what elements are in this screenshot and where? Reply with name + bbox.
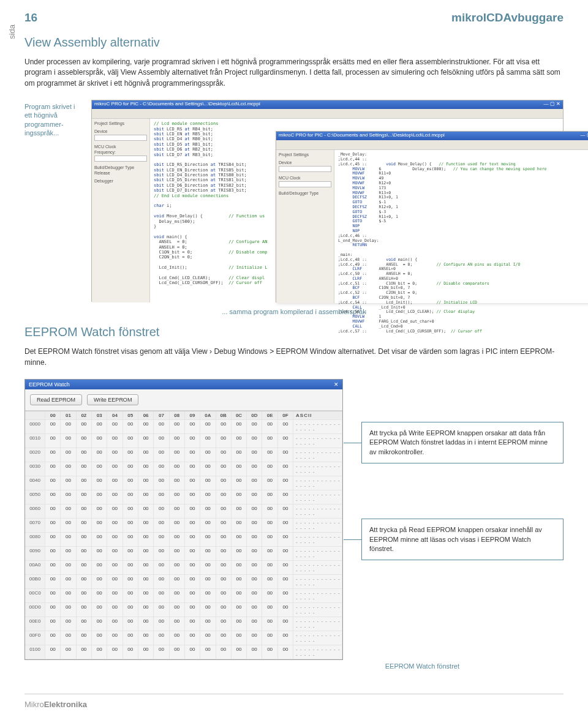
section1-title: View Assembly alternativ [24,36,564,50]
sb-build: Build/Debugger Type [94,165,147,170]
sb-rel: Release [94,171,147,175]
read-eeprom-button[interactable]: Read EEPROM [30,394,82,405]
footer-divider [24,694,564,694]
win1-toolbar [92,109,563,119]
eeprom-title: EEPROM Watch [29,381,70,388]
write-eeprom-button[interactable]: Write EEPROM [87,394,138,405]
page-number: 16 [24,11,37,24]
callout-read: Att trycka på Read EEPROM knappen orsaka… [361,519,564,560]
win2-close-icons: — ▢ ✕ [581,132,588,140]
page-header-title: mikroICDAvbuggare [451,11,564,24]
side-page-label: sida [7,24,17,39]
footer-b1: Mikro [24,700,44,709]
win2-titlebar: mikroC PRO for PIC - C:\Documents and Se… [276,132,588,140]
win2-title: mikroC PRO for PIC - C:\Documents and Se… [279,132,445,140]
win1-titlebar: mikroC PRO for PIC - C:\Documents and Se… [92,100,563,109]
eeprom-titlebar: EEPROM Watch ✕ [25,380,342,389]
sb2-clock: MCU Clock [279,176,331,180]
win1-sidebar: Project Settings Device MCU ClockFrequen… [92,119,150,302]
eeprom-window: EEPROM Watch ✕ Read EEPROM Write EEPROM … [24,379,343,660]
win2-toolbar [276,140,588,150]
eeprom-caption: EEPROM Watch fönstret [24,662,564,670]
section1-body: Under processen av kompilering, varje pr… [24,57,564,89]
sb-device: Device [94,129,147,133]
eeprom-grid: 000102030405060708090A0B0C0D0E0FASCII000… [25,411,342,659]
eeprom-row: EEPROM Watch ✕ Read EEPROM Write EEPROM … [24,379,564,660]
eeprom-close-icon: ✕ [334,381,339,388]
screenshot-highlevel: mikroC PRO for PIC - C:\Documents and Se… [91,100,564,302]
sb-proj: Project Settings [94,121,147,126]
sb-freq: Frequency: [94,150,147,154]
sb2-proj: Project Settings [279,152,331,157]
win1-title: mikroC PRO for PIC - C:\Documents and Se… [94,101,260,108]
footer-b2: Elektronika [44,700,87,709]
figure-row: Program skrivet i ett högnivå programmer… [24,100,564,302]
sb-dbg: Debugger [94,179,147,183]
sb2-device: Device [279,160,331,165]
section2-body: Det EEPROM Watch fönstret visas genom at… [24,347,564,368]
win2-sidebar: Project Settings Device MCU Clock Build/… [276,150,334,303]
callout-write: Att trycka på Write EEPROM knappen orsak… [361,422,564,463]
footer-brand: MikroElektronika [24,700,87,709]
win1-close-icons: — ▢ ✕ [544,101,560,108]
sb2-build: Build/Debugger Type [279,191,331,195]
fig1-caption-left: Program skrivet i ett högnivå programmer… [24,100,83,137]
sb-clock: MCU Clock [94,144,147,149]
win2-editor: _Move_Delay:;Lcd.c,44 ::;Lcd.c,45 :: voi… [334,150,588,303]
screenshot-assembly: mikroC PRO for PIC - C:\Documents and Se… [276,131,588,302]
